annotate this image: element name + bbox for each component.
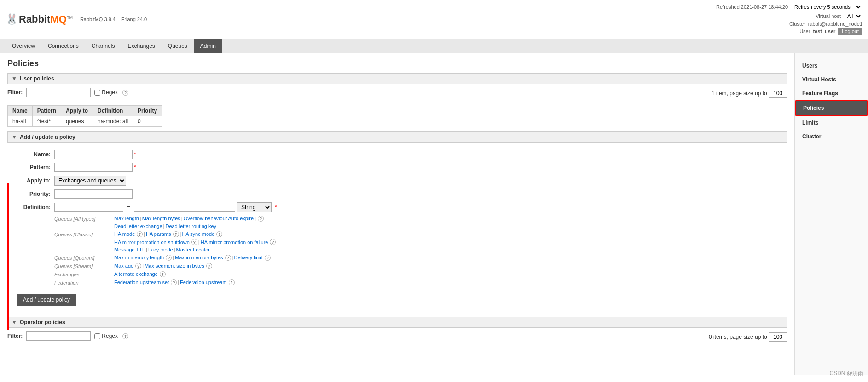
hint-max-in-memory-bytes[interactable]: Max in memory bytes — [175, 255, 223, 260]
sidebar-item-policies[interactable]: Policies — [795, 100, 868, 116]
op-page-size-input[interactable] — [769, 332, 787, 342]
logo-tm: TM — [67, 15, 73, 20]
filter-input[interactable] — [26, 88, 91, 97]
hint-ha-sync-mode[interactable]: HA sync mode — [182, 231, 214, 237]
hint-ha-mirror-shutdown[interactable]: HA mirror promotion on shutdown — [114, 239, 190, 245]
name-required: * — [134, 151, 136, 158]
hint-alternate-exchange-help[interactable]: ? — [160, 271, 166, 277]
hint-max-in-memory-bytes-help[interactable]: ? — [225, 255, 231, 261]
name-label: Name: — [13, 151, 54, 158]
sidebar-item-limits[interactable]: Limits — [795, 116, 868, 130]
hint-delivery-limit[interactable]: Delivery limit — [234, 255, 262, 260]
hint-ha-params-help[interactable]: ? — [173, 231, 179, 237]
hint-ha-mirror-failure[interactable]: HA mirror promotion on failure — [201, 239, 268, 245]
nav-admin[interactable]: Admin — [194, 39, 222, 53]
hint-row-queues-all-2: Dead letter exchange | Dead letter routi… — [54, 223, 277, 229]
cell-apply-to: queues — [61, 116, 93, 127]
logout-button[interactable]: Log out — [838, 28, 862, 35]
hint-cat-stream: Queues [Stream] — [54, 262, 114, 269]
page-size-row: 1 item, page size up to — [712, 89, 787, 98]
priority-row: Priority: — [13, 189, 781, 199]
hint-ha-mirror-shutdown-help[interactable]: ? — [191, 239, 197, 245]
regex-label: Regex — [94, 89, 118, 96]
hint-federation-upstream-help[interactable]: ? — [229, 279, 235, 285]
content-area: Policies ▼ User policies Filter: Regex — [0, 53, 794, 375]
priority-label: Priority: — [13, 191, 54, 197]
hint-max-age[interactable]: Max age — [114, 263, 133, 268]
apply-to-select[interactable]: Exchanges and queues Exchanges Queues — [54, 176, 126, 186]
filter-row: Filter: Regex ? — [7, 88, 128, 97]
op-filter-help-icon[interactable]: ? — [122, 333, 128, 339]
hint-cat-queues-all: Queues [All types] — [54, 215, 114, 222]
hint-delivery-limit-help[interactable]: ? — [265, 255, 271, 261]
hint-dead-letter-exchange[interactable]: Dead letter exchange — [114, 223, 162, 229]
def-required: * — [275, 204, 277, 211]
hint-row-federation: Federation Federation upstream set ? | F… — [54, 279, 277, 285]
sidebar-item-virtual-hosts[interactable]: Virtual Hosts — [795, 73, 868, 86]
add-policy-label: Add / update a policy — [20, 134, 75, 140]
sidebar-item-cluster[interactable]: Cluster — [795, 130, 868, 143]
page-size-input[interactable] — [769, 89, 787, 98]
def-val-input[interactable] — [134, 203, 235, 212]
col-apply-to: Apply to — [61, 106, 93, 116]
hint-queues-all-help[interactable]: ? — [258, 216, 264, 222]
filter-help-icon[interactable]: ? — [122, 90, 128, 96]
red-annotation-line — [7, 183, 9, 330]
sidebar-item-feature-flags[interactable]: Feature Flags — [795, 86, 868, 100]
priority-input[interactable] — [54, 189, 133, 199]
hint-ha-mode-help[interactable]: ? — [137, 231, 143, 237]
hint-row-queues-all-1: Queues [All types] Max length | Max leng… — [54, 215, 277, 222]
hint-links-classic-3: Message TTL | Lazy mode | Master Locator — [114, 247, 210, 252]
hint-alternate-exchange[interactable]: Alternate exchange — [114, 271, 158, 277]
hint-master-locator[interactable]: Master Locator — [176, 247, 210, 252]
watermark: CSDN @洪雨 — [829, 370, 863, 375]
pattern-input[interactable] — [54, 163, 133, 172]
nav-overview[interactable]: Overview — [6, 39, 41, 53]
hint-overflow-behaviour[interactable]: Overflow behaviour — [184, 216, 227, 221]
hint-row-classic-1: Queues [Classic] HA mode ? | HA params ?… — [54, 231, 277, 237]
hint-links-stream: Max age ? | Max segment size in bytes ? — [114, 262, 212, 269]
sidebar-item-users[interactable]: Users — [795, 59, 868, 73]
operator-policies-header[interactable]: ▼ Operator policies — [7, 317, 787, 328]
cluster-row: Cluster rabbit@rabbitmq_node1 — [716, 21, 862, 27]
hint-dead-letter-routing-key[interactable]: Dead letter routing key — [165, 223, 216, 229]
op-filter-input[interactable] — [26, 331, 91, 341]
hint-max-length[interactable]: Max length — [114, 216, 139, 221]
op-regex-checkbox[interactable] — [94, 333, 100, 339]
name-input[interactable] — [54, 150, 133, 159]
hint-max-in-memory-length[interactable]: Max in memory length — [114, 255, 164, 260]
pattern-label: Pattern: — [13, 164, 54, 171]
hint-lazy-mode[interactable]: Lazy mode — [148, 247, 173, 252]
nav-channels[interactable]: Channels — [85, 39, 122, 53]
refresh-select[interactable]: Refresh every 5 seconds Refresh every 10… — [791, 3, 862, 11]
hint-federation-upstream-set[interactable]: Federation upstream set — [114, 279, 169, 285]
hint-max-segment-size[interactable]: Max segment size in bytes — [145, 263, 204, 268]
regex-checkbox[interactable] — [94, 90, 100, 96]
user-policies-header[interactable]: ▼ User policies — [7, 73, 787, 84]
add-update-policy-button[interactable]: Add / update policy — [17, 294, 76, 306]
hint-max-in-memory-length-help[interactable]: ? — [166, 255, 172, 261]
hint-cat-empty-1 — [54, 223, 114, 229]
nav-exchanges[interactable]: Exchanges — [121, 39, 161, 53]
hint-federation-upstream[interactable]: Federation upstream — [180, 279, 227, 285]
nav-queues[interactable]: Queues — [162, 39, 194, 53]
vhost-select[interactable]: All / — [844, 12, 862, 20]
hint-ha-params[interactable]: HA params — [146, 231, 171, 237]
add-policy-header[interactable]: ▼ Add / update a policy — [7, 131, 787, 143]
hint-max-segment-help[interactable]: ? — [206, 263, 212, 269]
def-type-select[interactable]: String Number Boolean List — [237, 202, 272, 212]
hint-auto-expire[interactable]: Auto expire — [228, 216, 254, 221]
equals-sign: = — [125, 204, 132, 211]
def-key-input[interactable] — [54, 203, 123, 212]
hint-ha-mirror-failure-help[interactable]: ? — [270, 239, 276, 245]
hint-message-ttl[interactable]: Message TTL — [114, 247, 145, 252]
hint-ha-sync-help[interactable]: ? — [216, 231, 222, 237]
hint-federation-upstream-set-help[interactable]: ? — [171, 279, 177, 285]
cell-name: ha-all — [8, 116, 33, 127]
nav-connections[interactable]: Connections — [41, 39, 85, 53]
hint-ha-mode[interactable]: HA mode — [114, 231, 135, 237]
hint-max-age-help[interactable]: ? — [135, 263, 141, 269]
hint-links-classic-1: HA mode ? | HA params ? | HA sync mode ? — [114, 231, 222, 237]
hint-max-length-bytes[interactable]: Max length bytes — [142, 216, 180, 221]
content-wrapper: Policies ▼ User policies Filter: Regex — [7, 59, 787, 345]
